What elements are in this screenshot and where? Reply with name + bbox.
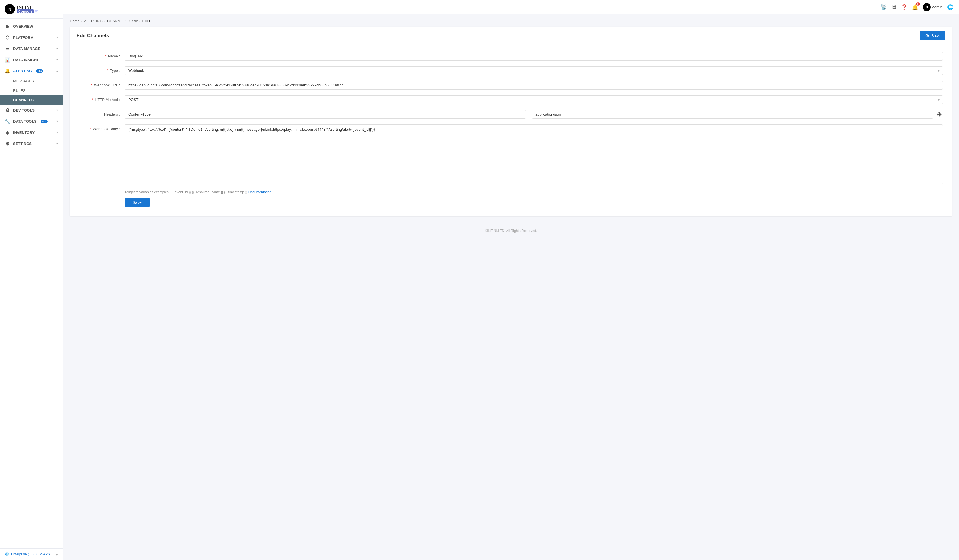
inventory-chevron: ▾: [56, 131, 58, 134]
webhook-url-label: * Webhook URL :: [79, 81, 124, 88]
type-select-wrapper: Webhook ▾: [124, 66, 943, 75]
sidebar-item-rules[interactable]: RULES: [0, 86, 62, 95]
type-required: *: [107, 68, 108, 73]
logo-text: INFINI Console ///: [17, 5, 38, 14]
sidebar-item-data-manage-label: DATA MANAGE: [13, 46, 40, 51]
data-tools-chevron: ▾: [56, 119, 58, 123]
notification-icon[interactable]: 🔔 2: [912, 4, 918, 10]
type-label: * Type :: [79, 66, 124, 73]
form-row-webhook-url: * Webhook URL :: [79, 81, 943, 90]
data-manage-icon: ☰: [5, 46, 10, 51]
type-select[interactable]: Webhook: [124, 66, 943, 75]
platform-icon: ⬡: [5, 35, 10, 40]
name-input[interactable]: [124, 52, 943, 60]
webhook-body-textarea[interactable]: {"msgtype": "text","text": {"content":"【…: [124, 124, 943, 185]
breadcrumb: Home / ALERTING / CHANNELS / edit / EDIT: [63, 14, 959, 27]
sidebar-item-settings-label: SETTINGS: [13, 142, 32, 146]
sidebar-item-overview[interactable]: ⊞ OVERVIEW: [0, 21, 62, 32]
sidebar-item-messages[interactable]: MESSAGES: [0, 76, 62, 86]
breadcrumb-edit[interactable]: edit: [132, 19, 138, 23]
name-required: *: [105, 54, 106, 58]
data-insight-icon: 📊: [5, 57, 10, 62]
save-button[interactable]: Save: [124, 197, 150, 207]
logo-infini: INFINI: [17, 5, 38, 10]
breadcrumb-home[interactable]: Home: [70, 19, 80, 23]
sidebar-item-channels-label: CHANNELS: [13, 98, 34, 102]
add-header-button[interactable]: ⊕: [935, 111, 943, 118]
logo: N INFINI Console ///: [0, 0, 62, 19]
header-colon: :: [528, 112, 529, 117]
go-back-button[interactable]: Go Back: [919, 31, 945, 40]
footer-text: ©INFINI.LTD, All Rights Reserved.: [485, 229, 537, 233]
page-title: Edit Channels: [76, 33, 109, 38]
enterprise-arrow: ▶: [56, 552, 58, 556]
globe-icon[interactable]: 🌐: [947, 4, 953, 10]
enterprise-icon: 💎: [5, 552, 10, 557]
header-value-input[interactable]: [532, 110, 933, 119]
sidebar-item-dev-tools-label: DEV TOOLS: [13, 108, 35, 113]
data-insight-chevron: ▾: [56, 58, 58, 62]
form-row-webhook-body: * Webhook Body : {"msgtype": "text","tex…: [79, 124, 943, 185]
sidebar-item-settings[interactable]: ⚙ SETTINGS ▾: [0, 138, 62, 149]
data-tools-pro-badge: Pro: [41, 120, 48, 123]
user-avatar: N: [923, 3, 931, 11]
header-key-input[interactable]: [124, 110, 526, 119]
inventory-icon: ◈: [5, 130, 10, 135]
form-row-type: * Type : Webhook ▾: [79, 66, 943, 75]
logo-console: Console: [17, 10, 34, 13]
breadcrumb-alerting[interactable]: ALERTING: [84, 19, 102, 23]
sidebar-item-alerting-label: ALERTING: [13, 69, 32, 73]
http-method-select-wrapper: POST GET PUT DELETE ▾: [124, 95, 943, 104]
platform-chevron: ▾: [56, 36, 58, 40]
webhook-body-label: * Webhook Body :: [79, 124, 124, 131]
page-footer: ©INFINI.LTD, All Rights Reserved.: [63, 223, 959, 239]
alerting-chevron: ▴: [56, 69, 58, 73]
sidebar-item-dev-tools[interactable]: ⚙ DEV TOOLS ▾: [0, 105, 62, 116]
data-tools-icon: 🔧: [5, 119, 10, 124]
breadcrumb-sep-4: /: [139, 19, 140, 23]
user-name: admin: [932, 5, 942, 9]
sidebar-item-data-insight[interactable]: 📊 DATA INSIGHT ▾: [0, 54, 62, 65]
sidebar-item-data-manage[interactable]: ☰ DATA MANAGE ▾: [0, 43, 62, 54]
alerting-icon: 🔔: [5, 68, 10, 74]
satellite-icon[interactable]: 📡: [881, 4, 887, 10]
page-inner: Home / ALERTING / CHANNELS / edit / EDIT…: [63, 14, 959, 250]
sidebar-item-inventory[interactable]: ◈ INVENTORY ▾: [0, 127, 62, 138]
sidebar-item-platform-label: PLATFORM: [13, 35, 33, 40]
sidebar-item-data-insight-label: DATA INSIGHT: [13, 58, 39, 62]
sidebar-item-inventory-label: INVENTORY: [13, 130, 35, 135]
main-content: 📡 🖥 ❓ 🔔 2 N admin 🌐 Home / ALERTING / CH…: [63, 0, 959, 560]
breadcrumb-channels[interactable]: CHANNELS: [107, 19, 127, 23]
http-method-label: * HTTP Method :: [79, 95, 124, 102]
data-manage-chevron: ▾: [56, 47, 58, 51]
dev-tools-icon: ⚙: [5, 108, 10, 113]
settings-chevron: ▾: [56, 142, 58, 146]
template-hint: Template variables examples: {{ .event_i…: [79, 190, 943, 194]
screen-icon[interactable]: 🖥: [891, 4, 897, 10]
dev-tools-chevron: ▾: [56, 108, 58, 112]
form-row-name: * Name :: [79, 52, 943, 60]
headers-group: : ⊕: [124, 110, 943, 119]
headers-label: Headers :: [79, 110, 124, 116]
help-icon[interactable]: ❓: [901, 4, 907, 10]
breadcrumb-sep-1: /: [81, 19, 83, 23]
settings-icon: ⚙: [5, 141, 10, 146]
http-method-required: *: [92, 98, 93, 102]
http-method-select[interactable]: POST GET PUT DELETE: [124, 95, 943, 104]
sidebar-item-data-tools[interactable]: 🔧 DATA TOOLS Pro ▾: [0, 116, 62, 127]
alerting-pro-badge: Pro: [36, 69, 43, 73]
sidebar-item-channels[interactable]: CHANNELS: [0, 95, 62, 105]
webhook-url-input[interactable]: [124, 81, 943, 90]
overview-icon: ⊞: [5, 24, 10, 29]
webhook-url-required: *: [91, 83, 92, 88]
logo-bars: ///: [35, 10, 37, 13]
form-row-headers: Headers : : ⊕: [79, 110, 943, 119]
sidebar-item-alerting[interactable]: 🔔 ALERTING Pro ▴: [0, 65, 62, 76]
enterprise-label: Enterprise (1.5.0_SNAPS...: [11, 552, 53, 556]
notification-badge: 2: [916, 2, 920, 6]
documentation-link[interactable]: Documentation: [249, 190, 272, 194]
sidebar-footer[interactable]: 💎 Enterprise (1.5.0_SNAPS... ▶: [0, 548, 62, 560]
sidebar-item-platform[interactable]: ⬡ PLATFORM ▾: [0, 32, 62, 43]
page-scroll: Home / ALERTING / CHANNELS / edit / EDIT…: [63, 14, 959, 560]
user-menu[interactable]: N admin: [923, 3, 942, 11]
